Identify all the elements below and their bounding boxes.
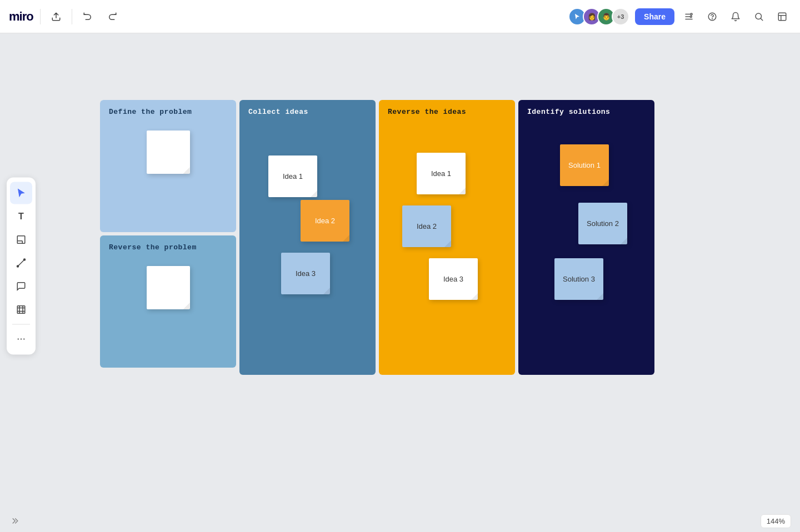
column-identify: Identify solutions Solution 1 Solution 2… <box>518 100 654 375</box>
topbar-left: miro <box>9 8 121 26</box>
comment-icon <box>16 282 26 292</box>
bottom-bar: 144% <box>0 510 800 532</box>
expand-icon <box>9 516 19 526</box>
sticky-ridea2-label: Idea 2 <box>417 222 437 230</box>
identify-solutions-title: Identify solutions <box>518 100 654 121</box>
define-problem-card: Define the problem <box>100 100 236 232</box>
svg-point-16 <box>17 265 19 267</box>
settings-icon[interactable] <box>680 8 698 26</box>
frame-tool-button[interactable] <box>10 299 32 321</box>
sticky-ridea2[interactable]: Idea 2 <box>402 205 451 247</box>
comment-tool-button[interactable] <box>10 275 32 298</box>
svg-point-25 <box>23 338 24 339</box>
sticky-sol1[interactable]: Solution 1 <box>560 144 609 186</box>
canvas[interactable]: Define the problem Reverse the problem C… <box>0 33 800 532</box>
svg-point-4 <box>690 16 692 17</box>
outline-icon[interactable] <box>773 8 791 26</box>
line-tool-button[interactable] <box>10 252 32 274</box>
avatars: 👩 👨 +3 <box>568 8 629 26</box>
undo-button[interactable] <box>79 8 97 26</box>
svg-point-23 <box>18 338 19 339</box>
svg-point-17 <box>24 259 26 260</box>
sticky-idea3[interactable]: Idea 3 <box>281 253 330 294</box>
sticky-idea2-label: Idea 2 <box>315 217 335 225</box>
zoom-level[interactable]: 144% <box>761 514 791 528</box>
svg-rect-12 <box>17 236 25 244</box>
export-icon <box>51 12 61 22</box>
column-collect: Collect ideas Idea 1 Idea 2 Idea 3 <box>239 100 376 375</box>
more-icon <box>16 334 26 344</box>
text-icon: T <box>18 212 24 222</box>
notifications-icon[interactable] <box>727 8 744 26</box>
collect-ideas-title: Collect ideas <box>239 100 376 121</box>
sticky-ridea1-label: Idea 1 <box>431 169 451 178</box>
topbar-right: 👩 👨 +3 Share <box>568 8 791 26</box>
topbar-divider-2 <box>72 9 72 24</box>
cursor-icon <box>16 188 26 198</box>
cursor-tool-button[interactable] <box>10 182 32 204</box>
sticky-sol3[interactable]: Solution 3 <box>554 258 603 300</box>
sticky-icon <box>16 235 26 245</box>
redo-button[interactable] <box>103 8 121 26</box>
reverse-ideas-title: Reverse the ideas <box>379 100 515 121</box>
expand-button[interactable] <box>9 516 19 526</box>
define-problem-title: Define the problem <box>100 100 236 121</box>
topbar-divider <box>40 9 41 24</box>
miro-logo: miro <box>9 9 33 24</box>
help-icon[interactable] <box>703 8 721 26</box>
search-icon[interactable] <box>750 8 768 26</box>
text-tool-button[interactable]: T <box>10 205 32 228</box>
svg-line-15 <box>18 260 24 267</box>
line-icon <box>16 258 26 268</box>
svg-line-8 <box>761 18 762 20</box>
svg-rect-18 <box>17 306 25 314</box>
left-toolbar: T <box>7 178 36 355</box>
reverse-problem-card: Reverse the problem <box>100 235 236 368</box>
toolbar-divider <box>12 324 30 325</box>
redo-icon <box>107 12 117 22</box>
sticky-ridea1[interactable]: Idea 1 <box>417 153 466 194</box>
sticky-sol2-label: Solution 2 <box>587 219 619 228</box>
reverse-problem-title: Reverse the problem <box>100 235 236 256</box>
svg-rect-9 <box>778 13 786 21</box>
svg-point-7 <box>756 13 762 19</box>
sticky-ridea3[interactable]: Idea 3 <box>429 258 478 300</box>
svg-point-24 <box>21 338 22 339</box>
more-tools-button[interactable] <box>10 328 32 350</box>
share-button[interactable]: Share <box>635 8 674 25</box>
sticky-idea1-label: Idea 1 <box>283 172 303 180</box>
sticky-define-blank[interactable] <box>147 131 190 174</box>
column-reverse: Reverse the ideas Idea 1 Idea 2 Idea 3 <box>379 100 515 375</box>
sticky-tool-button[interactable] <box>10 229 32 251</box>
topbar: miro 👩 👨 +3 Share <box>0 0 800 33</box>
undo-icon <box>83 12 93 22</box>
board: Define the problem Reverse the problem C… <box>100 100 658 375</box>
sticky-idea2[interactable]: Idea 2 <box>301 200 349 242</box>
column-define: Define the problem Reverse the problem <box>100 100 236 375</box>
frame-icon <box>16 305 26 315</box>
sticky-ridea3-label: Idea 3 <box>443 275 463 283</box>
sticky-sol2[interactable]: Solution 2 <box>578 203 627 244</box>
export-button[interactable] <box>47 8 65 26</box>
svg-point-3 <box>691 13 692 15</box>
sticky-sol1-label: Solution 1 <box>568 161 601 169</box>
sticky-idea1[interactable]: Idea 1 <box>268 155 317 197</box>
sticky-reverse-blank[interactable] <box>147 266 190 309</box>
avatar-extra: +3 <box>612 8 629 26</box>
sticky-sol3-label: Solution 3 <box>563 275 595 283</box>
sticky-idea3-label: Idea 3 <box>296 269 316 278</box>
